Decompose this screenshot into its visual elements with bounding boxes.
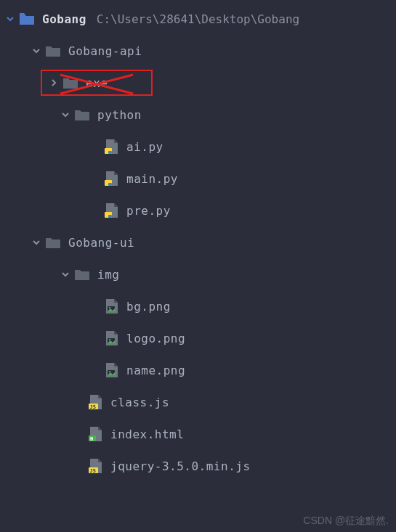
folder-icon: [74, 107, 90, 123]
tree-file-logo-png[interactable]: logo.png: [0, 322, 396, 354]
tree-file-ai-py[interactable]: ai.py: [0, 131, 396, 163]
file-tree: Gobang C:\Users\28641\Desktop\Gobang Gob…: [0, 0, 396, 485]
file-label: jquery-3.5.0.min.js: [110, 459, 251, 473]
chevron-down-icon[interactable]: [60, 270, 71, 279]
image-file-icon: [103, 298, 119, 314]
tree-file-main-py[interactable]: main.py: [0, 163, 396, 195]
tree-file-name-png[interactable]: name.png: [0, 354, 396, 386]
watermark: CSDN @征途黯然.: [303, 515, 389, 528]
chevron-down-icon[interactable]: [4, 15, 16, 23]
tree-folder-gobang-api[interactable]: Gobang-api: [0, 35, 396, 67]
tree-folder-gobang-ui[interactable]: Gobang-ui: [0, 226, 396, 258]
python-file-icon: [103, 171, 119, 187]
python-file-icon: [103, 139, 119, 155]
tree-file-pre-py[interactable]: pre.py: [0, 195, 396, 226]
tree-file-index-html[interactable]: H index.html: [0, 418, 396, 450]
folder-label: img: [97, 268, 119, 282]
tree-folder-exe[interactable]: exe: [0, 67, 396, 99]
tree-root[interactable]: Gobang C:\Users\28641\Desktop\Gobang: [0, 3, 396, 35]
folder-label: Gobang-ui: [68, 236, 134, 250]
svg-rect-1: [108, 151, 112, 154]
folder-label: exe: [86, 76, 108, 90]
folder-icon: [45, 43, 61, 59]
svg-point-7: [109, 307, 110, 308]
chevron-down-icon[interactable]: [60, 110, 71, 119]
file-label: pre.py: [126, 204, 171, 218]
file-label: logo.png: [126, 332, 185, 345]
tree-file-jquery-js[interactable]: JS jquery-3.5.0.min.js: [0, 450, 396, 482]
file-label: bg.png: [126, 300, 171, 314]
image-file-icon: [103, 362, 119, 378]
svg-point-9: [109, 339, 110, 340]
folder-icon: [62, 75, 78, 91]
folder-label: Gobang-api: [68, 44, 142, 58]
folder-icon: [74, 266, 90, 282]
file-label: ai.py: [126, 140, 163, 154]
js-file-icon: JS: [87, 394, 103, 410]
folder-icon: [19, 11, 35, 27]
tree-file-bg-png[interactable]: bg.png: [0, 290, 396, 322]
folder-icon: [45, 234, 61, 250]
chevron-down-icon[interactable]: [31, 46, 42, 55]
svg-text:JS: JS: [90, 404, 96, 410]
tree-file-class-js[interactable]: JS class.js: [0, 386, 396, 418]
exe-highlight-box: exe: [41, 70, 153, 96]
chevron-right-icon[interactable]: [48, 78, 60, 87]
svg-rect-3: [108, 183, 112, 186]
python-file-icon: [103, 202, 119, 218]
folder-label: python: [97, 108, 142, 122]
tree-folder-img[interactable]: img: [0, 258, 396, 290]
root-path: C:\Users\28641\Desktop\Gobang: [97, 12, 299, 26]
svg-rect-5: [108, 215, 112, 218]
tree-folder-python[interactable]: python: [0, 99, 396, 131]
file-label: index.html: [110, 427, 184, 441]
chevron-down-icon[interactable]: [31, 238, 42, 247]
html-file-icon: H: [87, 426, 103, 442]
file-label: name.png: [126, 364, 185, 377]
root-name: Gobang: [42, 12, 86, 26]
file-label: class.js: [110, 396, 169, 409]
js-file-icon: JS: [87, 458, 103, 474]
svg-text:JS: JS: [90, 468, 96, 474]
image-file-icon: [103, 330, 119, 346]
svg-text:H: H: [90, 436, 93, 442]
file-label: main.py: [126, 172, 178, 186]
svg-point-11: [109, 371, 110, 372]
